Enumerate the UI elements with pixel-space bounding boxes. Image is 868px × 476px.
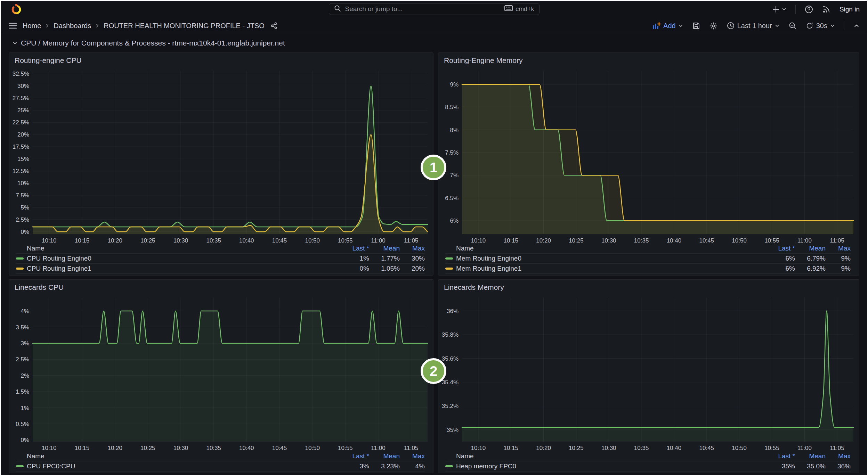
- legend-series-name[interactable]: CPU Routing Engine0: [16, 255, 331, 262]
- legend-series-name[interactable]: CPU FPC0:CPU: [16, 462, 331, 470]
- legend-col-max[interactable]: Max: [400, 245, 425, 252]
- legend-row: Heap memory FPC035%35.0%36%: [445, 461, 851, 471]
- breadcrumb-home[interactable]: Home: [23, 22, 41, 30]
- share-icon[interactable]: [270, 22, 277, 29]
- legend-col-name[interactable]: Name: [16, 452, 331, 460]
- panel-title[interactable]: Linecards CPU: [9, 280, 433, 295]
- legend-last-value: 6%: [757, 265, 795, 272]
- legend-mean-value: 6.79%: [795, 255, 826, 262]
- chevron-down-icon: [13, 41, 17, 46]
- legend-mean-value: 3.23%: [369, 462, 400, 470]
- annotation-badge-1: 1: [421, 155, 446, 180]
- legend-series-name[interactable]: Mem Routing Engine0: [445, 255, 757, 262]
- svg-text:10:15: 10:15: [75, 237, 90, 244]
- svg-text:10:45: 10:45: [272, 445, 287, 451]
- chevron-down-icon: [782, 7, 786, 11]
- new-menu-button[interactable]: [772, 6, 786, 13]
- legend-table: NameLast *MeanMaxHeap memory FPC035%35.0…: [438, 451, 859, 473]
- search-bar[interactable]: cmd+k: [329, 3, 540, 15]
- legend-col-last[interactable]: Last *: [331, 452, 369, 460]
- svg-text:35.2%: 35.2%: [442, 403, 459, 409]
- search-input[interactable]: [344, 5, 501, 13]
- series-color-swatch: [445, 465, 453, 467]
- mega-menu-button[interactable]: [9, 22, 17, 29]
- keyboard-icon: [504, 5, 513, 13]
- svg-text:10:50: 10:50: [305, 237, 320, 244]
- legend-col-max[interactable]: Max: [826, 245, 851, 252]
- legend-col-max[interactable]: Max: [826, 452, 851, 460]
- refresh-picker[interactable]: 30s: [806, 22, 835, 30]
- legend-col-mean[interactable]: Mean: [795, 452, 826, 460]
- panel-routing-engine-cpu: Routing-engine CPU 0%2.5%5%7.5%10%12.5%1…: [9, 52, 433, 276]
- svg-text:11:05: 11:05: [830, 445, 844, 451]
- breadcrumb-dashboards[interactable]: Dashboards: [54, 22, 91, 30]
- dashboard-settings-button[interactable]: [709, 22, 717, 30]
- svg-text:10:15: 10:15: [504, 237, 519, 244]
- legend-header: NameLast *MeanMax: [445, 451, 851, 461]
- panel-title[interactable]: Linecards Memory: [438, 280, 859, 295]
- save-dashboard-button[interactable]: [692, 22, 700, 30]
- panel-title[interactable]: Routing-Engine Memory: [438, 53, 859, 68]
- routing-engine-memory-chart[interactable]: 6%6.5%7%7.5%8%8.5%9%10:1010:1510:2010:25…: [438, 68, 859, 245]
- svg-text:10:50: 10:50: [732, 237, 747, 244]
- svg-text:30%: 30%: [17, 83, 29, 89]
- legend-col-name[interactable]: Name: [445, 245, 757, 252]
- add-label[interactable]: Add: [663, 22, 676, 30]
- sign-in-button[interactable]: Sign in: [839, 6, 860, 13]
- linecards-cpu-chart[interactable]: 0%0.5%1%1.5%2%2.5%3%3.5%4%10:1010:1510:2…: [9, 295, 433, 452]
- dashboard-row-header[interactable]: CPU / Memory for Components & Processes …: [0, 33, 868, 52]
- series-color-swatch: [16, 257, 24, 260]
- legend-col-last[interactable]: Last *: [757, 245, 795, 252]
- svg-text:10:55: 10:55: [764, 445, 779, 451]
- legend-series-name[interactable]: Mem Routing Engine1: [445, 265, 757, 272]
- legend-last-value: 1%: [331, 255, 369, 262]
- panel-title[interactable]: Routing-engine CPU: [9, 53, 433, 68]
- svg-text:10:20: 10:20: [536, 237, 551, 244]
- svg-text:10:40: 10:40: [239, 237, 254, 244]
- legend-col-mean[interactable]: Mean: [369, 452, 400, 460]
- zoom-out-icon: [789, 22, 796, 30]
- time-range-picker[interactable]: Last 1 hour: [727, 22, 779, 30]
- svg-text:7.5%: 7.5%: [16, 192, 29, 199]
- legend-mean-value: 1.05%: [369, 265, 400, 272]
- legend-series-name[interactable]: CPU Routing Engine1: [16, 265, 331, 272]
- breadcrumb-current[interactable]: ROUTER HEALTH MONITORING PROFILE - JTSO: [104, 22, 265, 30]
- legend-col-mean[interactable]: Mean: [369, 245, 400, 252]
- svg-text:10:40: 10:40: [667, 237, 682, 244]
- legend-max-value: 30%: [400, 255, 425, 262]
- legend-mean-value: 1.77%: [369, 255, 400, 262]
- refresh-interval-label: 30s: [816, 22, 827, 30]
- svg-text:10:15: 10:15: [75, 445, 90, 451]
- legend-col-max[interactable]: Max: [400, 452, 425, 460]
- add-panel-button[interactable]: Add: [652, 22, 683, 30]
- zoom-out-button[interactable]: [789, 22, 796, 30]
- legend-series-name[interactable]: Heap memory FPC0: [445, 462, 757, 470]
- help-button[interactable]: [805, 5, 813, 14]
- divider: [844, 21, 844, 30]
- svg-text:10:40: 10:40: [239, 445, 254, 451]
- legend-col-last[interactable]: Last *: [331, 245, 369, 252]
- legend-row: Mem Routing Engine16%6.92%9%: [445, 264, 851, 274]
- linecards-memory-chart[interactable]: 35%35.2%35.4%35.6%35.8%36%10:1010:1510:2…: [438, 295, 859, 452]
- svg-text:15%: 15%: [17, 156, 29, 162]
- grafana-logo-icon[interactable]: [10, 3, 22, 15]
- collapse-toolbar-button[interactable]: [854, 23, 859, 28]
- legend-row: CPU Routing Engine10%1.05%20%: [16, 264, 425, 274]
- svg-text:10:30: 10:30: [173, 445, 188, 451]
- legend-col-last[interactable]: Last *: [757, 452, 795, 460]
- svg-text:10:30: 10:30: [601, 237, 616, 244]
- legend-col-name[interactable]: Name: [16, 245, 331, 252]
- legend-max-value: 20%: [400, 265, 425, 272]
- svg-text:27.5%: 27.5%: [13, 95, 29, 101]
- svg-text:1%: 1%: [21, 405, 29, 411]
- series-color-swatch: [16, 268, 24, 270]
- legend-header: NameLast *MeanMax: [16, 244, 425, 254]
- legend-max-value: 36%: [826, 462, 851, 470]
- svg-text:8.5%: 8.5%: [445, 104, 459, 110]
- svg-text:10:25: 10:25: [569, 237, 584, 244]
- legend-col-mean[interactable]: Mean: [795, 245, 826, 252]
- svg-text:10:10: 10:10: [42, 237, 57, 244]
- news-rss-button[interactable]: [822, 5, 830, 14]
- legend-col-name[interactable]: Name: [445, 452, 757, 460]
- routing-engine-cpu-chart[interactable]: 0%2.5%5%7.5%10%12.5%15%17.5%20%22.5%25%2…: [9, 68, 433, 245]
